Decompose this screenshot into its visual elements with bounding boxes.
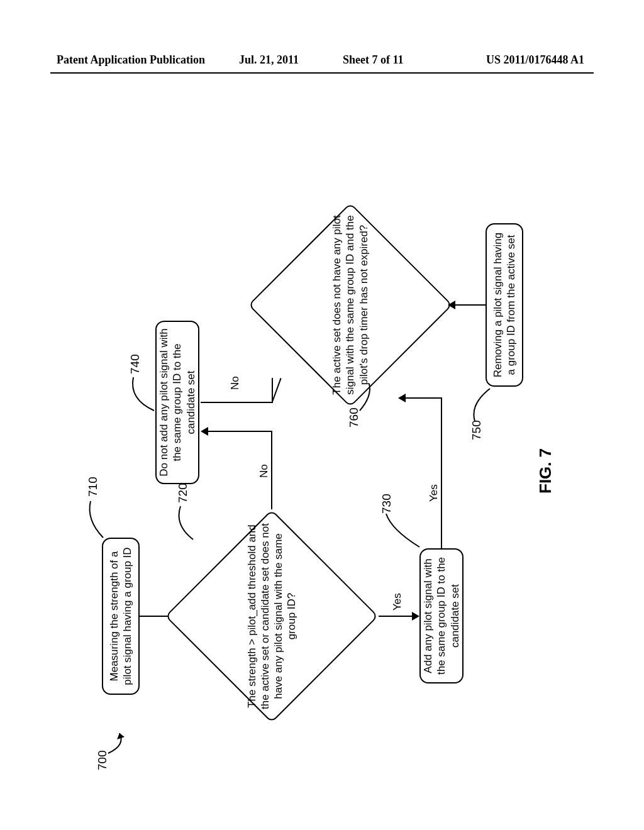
step-750-box: Removing a pilot signal having a group I… (486, 223, 523, 387)
ref-710: 710 (86, 477, 100, 497)
step-720-text: The strength > pilot_add threshold and t… (245, 522, 299, 711)
step-740-text: Do not add any pilot signal with the sam… (157, 328, 197, 477)
ref-750: 750 (470, 420, 484, 440)
ref-720-leader (174, 497, 199, 541)
header-date: Jul. 21, 2011 (239, 53, 299, 67)
ref-740-leader (126, 368, 157, 412)
figure-caption: FIG. 7 (536, 448, 555, 494)
step-730-box: Add any pilot signal with the same group… (419, 548, 464, 683)
ref-740: 740 (128, 354, 142, 374)
step-720-label: The strength > pilot_add threshold and t… (237, 522, 306, 711)
ref-760-leader (353, 380, 379, 412)
edge-720-no: No (258, 463, 270, 479)
arrow-730-760-h (441, 397, 442, 548)
ref-750-leader (470, 385, 501, 423)
step-710-text: Measuring the strength of a pilot signal… (108, 545, 135, 687)
arrow-720-730 (379, 616, 413, 617)
arrow-750-760 (454, 304, 486, 306)
step-730-text: Add any pilot signal with the same group… (421, 556, 462, 676)
arrow-720-740-h (271, 431, 272, 509)
step-750-text: Removing a pilot signal having a group I… (491, 231, 518, 379)
ref-700-leader (107, 729, 132, 755)
header-pubno: US 2011/0176448 A1 (486, 53, 584, 67)
arrow-760-740-b (201, 402, 248, 403)
step-740-box: Do not add any pilot signal with the sam… (155, 321, 199, 484)
arrow-760-740-d (272, 378, 282, 402)
step-710-box: Measuring the strength of a pilot signal… (102, 538, 140, 695)
ref-730: 730 (380, 494, 394, 514)
arrow-730-760-head (398, 394, 406, 402)
arrow-720-740-v (207, 431, 272, 432)
arrow-720-730-head (412, 612, 419, 621)
ref-730-leader (385, 511, 421, 548)
step-760-text: The active set does not have any pilot s… (330, 214, 370, 396)
ref-720: 720 (176, 483, 190, 503)
edge-760-no: No (229, 375, 242, 391)
header-rule (50, 72, 594, 74)
step-760-label: The active set does not have any pilot s… (316, 214, 385, 396)
arrow-750-760-head (448, 301, 455, 309)
arrow-760-740-c (247, 402, 272, 403)
header-sheet: Sheet 7 of 11 (343, 53, 404, 67)
page-header: Patent Application Publication Jul. 21, … (0, 53, 644, 72)
header-left: Patent Application Publication (57, 53, 205, 67)
figure-7: 700 Measuring the strength of a pilot si… (83, 129, 561, 789)
edge-720-yes: Yes (391, 592, 404, 612)
arrow-720-740-head (201, 427, 208, 436)
arrow-730-760-v (404, 397, 442, 399)
edge-760-yes: Yes (428, 483, 440, 503)
